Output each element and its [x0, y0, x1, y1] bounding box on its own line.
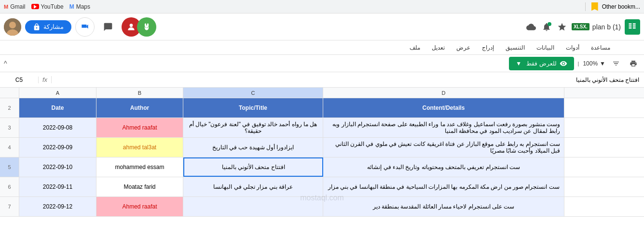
file-name[interactable]: plan b (1): [592, 23, 621, 31]
app-icons-group: [122, 17, 156, 37]
chat-icon: [103, 22, 113, 32]
print-icon: [630, 60, 637, 67]
meet-button[interactable]: [75, 17, 95, 37]
icon-circle-2[interactable]: [137, 17, 156, 37]
menu-edit[interactable]: تعديل: [427, 42, 450, 53]
menu-tools[interactable]: أدوات: [561, 42, 584, 53]
share-icon: [33, 23, 41, 31]
cloud-icon: [526, 22, 536, 32]
cell-5b[interactable]: mohammed essam: [96, 157, 183, 177]
formula-content[interactable]: افتتاح متحف الأتوني بالمنيا: [52, 77, 644, 83]
youtube-icon: [31, 4, 39, 9]
cell-7b[interactable]: Ahmed raafat: [96, 197, 183, 216]
cell-3d[interactable]: وست منشور بصورة رفعت اسماعيل وغلاف عدد م…: [323, 118, 564, 137]
menu-format[interactable]: التنسيق: [501, 42, 530, 53]
share-label: مشاركة: [43, 23, 64, 30]
cell-6d[interactable]: ست انستجرام صور من ارض مكة المكرمه بها ا…: [323, 177, 564, 196]
author-6: Moataz farid: [123, 183, 155, 190]
svg-point-8: [147, 27, 148, 28]
cell-7c[interactable]: [183, 197, 323, 216]
xlsx-badge: XLSX.: [572, 23, 589, 30]
cell-4a[interactable]: 2022-09-09: [19, 138, 96, 157]
svg-rect-10: [633, 23, 636, 25]
youtube-play-icon: [34, 5, 37, 9]
table-row: 6 2022-09-11 Moataz farid عراقة بني مزار…: [0, 177, 644, 197]
star-icon-wrapper[interactable]: [556, 21, 568, 33]
corner-header: [0, 88, 19, 98]
zoom-value: 100%: [583, 60, 598, 67]
col-header-d[interactable]: D: [323, 88, 564, 98]
print-button[interactable]: [627, 57, 640, 70]
cell-6c[interactable]: عراقة بني مزار تجلي في البهانسا: [183, 177, 323, 196]
cloud-icon-wrapper[interactable]: [525, 21, 537, 33]
zoom-control[interactable]: 100% ▼: [583, 60, 605, 67]
svg-point-1: [9, 22, 16, 28]
view-bar: ^ للعرض فقط ▼ | 100% ▼: [0, 55, 644, 72]
col-header-a[interactable]: A: [19, 88, 96, 98]
maps-tab[interactable]: M Maps: [69, 3, 90, 10]
cell-7a[interactable]: 2022-09-12: [19, 197, 96, 216]
cell-4d[interactable]: ست انستجرام به رابط على موقع البازار عن …: [323, 138, 564, 157]
cell-3a[interactable]: 2022-09-08: [19, 118, 96, 137]
header-author[interactable]: Author: [96, 98, 183, 117]
collapse-button[interactable]: ^: [4, 60, 7, 67]
share-button[interactable]: مشاركة: [25, 20, 71, 34]
svg-rect-14: [633, 27, 636, 28]
zoom-dropdown-icon[interactable]: ▼: [600, 60, 605, 67]
row-num-3: 3: [0, 118, 19, 137]
table-row: 5 2022-09-10 mohammed essam افتتاح متحف …: [0, 157, 644, 177]
cell-3b[interactable]: Ahmed raafat: [96, 118, 183, 137]
menu-view[interactable]: عرض: [452, 42, 475, 53]
row-num-5: 5: [0, 157, 19, 177]
cell-4c[interactable]: ايزادورا أول شهيدة حب في التاريخ: [183, 138, 323, 157]
person-icon: [126, 22, 136, 32]
col-header-b[interactable]: B: [96, 88, 183, 98]
cell-reference[interactable]: C5: [0, 77, 39, 83]
filter-button[interactable]: [609, 57, 623, 70]
table-header-row: 2 Date Author Topic/Title Content/Detail…: [0, 98, 644, 118]
sheets-logo[interactable]: [625, 19, 640, 35]
svg-rect-13: [629, 27, 632, 28]
view-only-button[interactable]: للعرض فقط ▼: [509, 57, 574, 70]
svg-rect-11: [629, 25, 632, 26]
maps-label: Maps: [76, 3, 90, 10]
youtube-tab[interactable]: YouTube: [31, 3, 64, 10]
spreadsheet: A B C D 2 Date Author Topic/Title Conten…: [0, 88, 644, 217]
menu-help[interactable]: مساعدة: [586, 42, 615, 53]
author-3: Ahmed raafat: [122, 124, 157, 131]
maps-icon: M: [69, 3, 74, 10]
menu-data[interactable]: البيانات: [532, 42, 559, 53]
bell-icon-wrapper[interactable]: [541, 21, 552, 33]
cell-5c-selected[interactable]: افتتاح متحف الأتوني بالمنيا: [183, 157, 323, 177]
author-4: ahmed tal3at: [123, 144, 156, 151]
cell-6b[interactable]: Moataz farid: [96, 177, 183, 196]
menu-bar: مساعدة أدوات البيانات التنسيق إدراج عرض …: [0, 40, 644, 55]
svg-rect-9: [629, 23, 632, 25]
col-header-c[interactable]: C: [183, 88, 323, 98]
author-7: Ahmed raafat: [122, 203, 157, 210]
gmail-tab[interactable]: M Gmail: [4, 3, 26, 10]
cell-5d[interactable]: ست انستجرام تعريفي بالمتحف ومحتوياته وتا…: [323, 157, 564, 177]
cell-7d[interactable]: ست على انستجرام لاحياء مسار العائلة المق…: [323, 197, 564, 216]
cell-5a[interactable]: 2022-09-10: [19, 157, 96, 177]
spreadsheet-wrapper: A B C D 2 Date Author Topic/Title Conten…: [0, 88, 644, 217]
svg-rect-12: [633, 25, 636, 26]
svg-point-6: [147, 23, 149, 26]
header-content[interactable]: Content/Details: [323, 98, 564, 117]
menu-file[interactable]: ملف: [405, 42, 425, 53]
notification-dot: [548, 22, 551, 26]
menu-insert[interactable]: إدراج: [477, 42, 499, 53]
header-topic[interactable]: Topic/Title: [183, 98, 323, 117]
avatar[interactable]: [4, 18, 21, 36]
svg-point-5: [145, 23, 146, 26]
bookmarks-label: Other bookm...: [602, 3, 640, 10]
cell-4b[interactable]: ahmed tal3at: [96, 138, 183, 157]
bookmarks-section: Other bookm...: [585, 2, 640, 11]
chat-button[interactable]: [98, 17, 118, 37]
browser-bar: M Gmail YouTube M Maps Other bookm...: [0, 0, 644, 13]
row-num-2: 2: [0, 98, 19, 117]
cell-3c[interactable]: هل ما رواه أحمد خالد توفيق في "لعنة فرعو…: [183, 118, 323, 137]
header-date[interactable]: Date: [19, 98, 96, 117]
cell-6a[interactable]: 2022-09-11: [19, 177, 96, 196]
view-only-label: للعرض فقط: [526, 60, 556, 67]
